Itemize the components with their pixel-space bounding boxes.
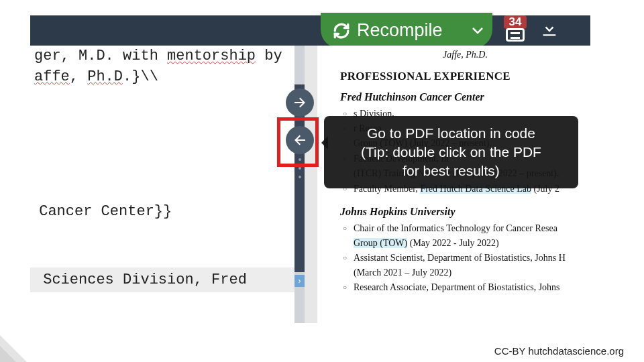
download-icon xyxy=(540,19,559,39)
recompile-label: Recompile xyxy=(357,20,443,41)
stage: Recompile 34 ger, M.D. with mentorship b… xyxy=(0,0,644,362)
attribution-text: CC-BY hutchdatascience.org xyxy=(494,345,624,357)
pdf-supervisor-line: Jaffe, Ph.D. xyxy=(382,50,549,60)
code-editor[interactable]: ger, M.D. with mentorship by affe, Ph.D.… xyxy=(30,46,294,323)
pdf-org-heading: Fred Hutchinson Cancer Center xyxy=(340,91,590,103)
highlight-box xyxy=(277,117,319,167)
log-icon xyxy=(506,28,525,42)
caret-down-icon[interactable] xyxy=(472,27,483,34)
arrow-right-icon xyxy=(292,95,308,111)
pdf-bullet: Research Associate, Department of Biosta… xyxy=(344,281,590,294)
pdf-bullet: Chair of the Informatics Technology for … xyxy=(344,222,590,235)
pdf-section-heading: PROFESSIONAL EXPERIENCE xyxy=(340,70,590,83)
recompile-button[interactable]: Recompile xyxy=(321,13,492,48)
refresh-icon xyxy=(333,22,350,40)
code-line: affe, Ph.D.}\\ xyxy=(30,66,294,87)
sync-tooltip: Go to PDF location in code (Tip: double … xyxy=(324,116,578,188)
code-line-active: Sciences Division, Fred xyxy=(30,267,294,292)
pdf-bullet: Assistant Scientist, Department of Biost… xyxy=(344,251,590,264)
log-count-badge: 34 xyxy=(504,15,527,29)
code-line: Cancer Center}} xyxy=(30,201,294,222)
download-button[interactable] xyxy=(540,19,559,39)
pdf-bullet: (March 2021 – July 2022) xyxy=(344,266,590,279)
pdf-bullet: Group (TOW) (May 2022 - July 2022) xyxy=(344,237,590,249)
go-to-pdf-button[interactable] xyxy=(286,88,314,117)
corner-watermark xyxy=(0,322,40,362)
expand-pdf-button[interactable]: › xyxy=(294,275,305,287)
code-line: ger, M.D. with mentorship by xyxy=(30,46,294,66)
pdf-org-heading: Johns Hopkins University xyxy=(340,206,590,218)
pdf-bullet-list: Chair of the Informatics Technology for … xyxy=(344,222,590,294)
logs-button[interactable]: 34 xyxy=(500,15,531,44)
